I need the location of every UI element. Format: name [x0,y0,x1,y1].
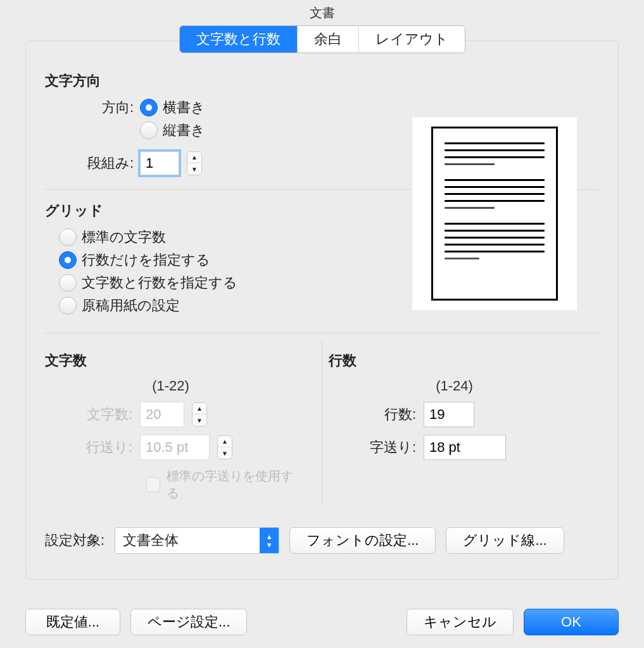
linepitch-label: 行送り: [45,438,140,457]
lines-label: 行数: [329,405,424,424]
main-panel: 文字方向 方向: 横書き 縦書き 段組み: ▲ ▼ グリッド 標準の文字数 行数… [25,40,619,580]
font-settings-button[interactable]: フォントの設定... [289,527,436,554]
tab-chars-lines[interactable]: 文字数と行数 [180,26,297,53]
lines-range: (1-24) [329,378,580,394]
charpitch-label: 字送り: [329,438,424,457]
page-preview [412,117,577,310]
chars-label: 文字数: [45,405,140,424]
chevron-down-icon[interactable]: ▼ [187,163,201,175]
direction-label: 方向: [45,98,140,117]
charpitch-input[interactable] [424,435,506,460]
apply-select[interactable]: 文書全体 ▲▼ [115,527,279,554]
radio-vertical-label: 縦書き [163,121,205,140]
linepitch-stepper: ▲▼ [217,435,232,459]
tabbar: 文字数と行数 余白 レイアウト [179,25,465,53]
lines-input[interactable] [424,402,474,427]
page-setup-button[interactable]: ページ設定... [130,609,247,635]
radio-manuscript[interactable] [59,297,77,315]
radio-horizontal[interactable] [140,99,158,116]
section-direction-title: 文字方向 [45,72,599,90]
tab-margins[interactable]: 余白 [297,26,358,53]
chars-stepper: ▲▼ [192,402,207,427]
linepitch-input [140,435,210,460]
columns-label: 段組み: [45,154,140,173]
chevron-up-icon[interactable]: ▲ [187,152,201,163]
section-lines-title: 行数 [329,351,580,370]
section-chars-title: 文字数 [45,351,296,370]
cancel-button[interactable]: キャンセル [407,609,514,635]
columns-stepper[interactable]: ▲ ▼ [187,151,202,175]
columns-input[interactable] [140,151,179,175]
radio-lines-only[interactable] [59,251,77,269]
tab-layout[interactable]: レイアウト [358,26,465,53]
ok-button[interactable]: OK [524,609,619,635]
select-arrows-icon: ▲▼ [260,528,279,553]
window-title: 文書 [0,0,644,25]
std-pitch-label: 標準の字送りを使用する [167,468,296,502]
radio-standard-chars[interactable] [59,228,77,246]
chars-input [140,402,184,427]
gridline-button[interactable]: グリッド線... [446,527,564,554]
chars-range: (1-22) [45,378,296,394]
std-pitch-checkbox [146,477,160,492]
default-button[interactable]: 既定値... [25,609,120,635]
radio-chars-and-lines[interactable] [59,274,77,292]
radio-vertical[interactable] [140,122,158,139]
radio-horizontal-label: 横書き [163,98,205,117]
apply-label: 設定対象: [45,531,104,550]
